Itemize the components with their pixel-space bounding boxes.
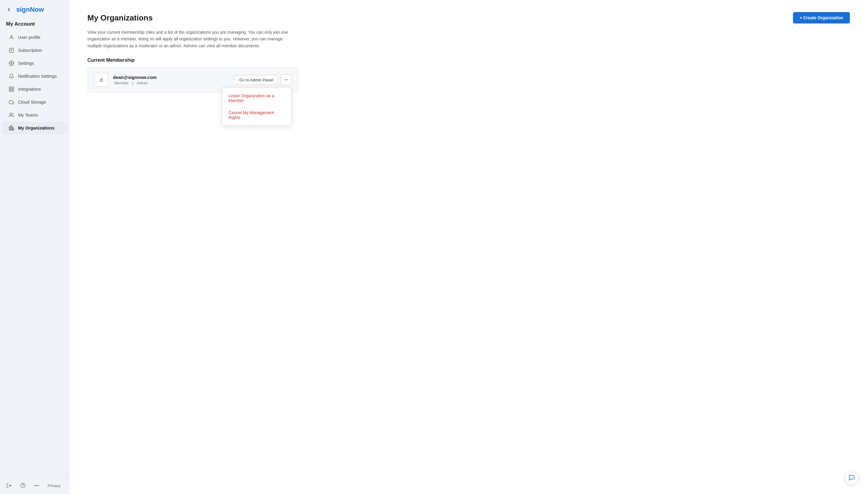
current-membership-title: Current Membership [87, 58, 850, 63]
sidebar-item-cloud-storage[interactable]: Cloud Storage [2, 96, 67, 109]
sidebar: signNow My Account User profile Subscrip… [0, 0, 69, 494]
svg-rect-4 [12, 87, 14, 89]
page-header: My Organizations + Create Organization [87, 12, 850, 23]
integrations-icon [8, 86, 15, 92]
svg-rect-5 [10, 90, 11, 92]
subscription-icon [8, 47, 15, 53]
org-roles: Member | Admin [113, 81, 229, 85]
logo: signNow [16, 6, 44, 14]
teams-icon [8, 112, 15, 118]
sidebar-item-label: Settings [18, 61, 34, 66]
cloud-icon [8, 99, 15, 105]
svg-rect-6 [12, 90, 14, 92]
chat-button[interactable] [845, 471, 859, 485]
page-description: View your current membership roles and a… [87, 29, 298, 49]
membership-card: d dean@signnow.com Member | Admin Go to … [87, 67, 298, 93]
bell-icon [8, 73, 15, 79]
role-separator: | [132, 81, 133, 85]
privacy-link[interactable]: Privacy [48, 483, 60, 488]
svg-rect-8 [10, 127, 11, 130]
org-icon [8, 125, 15, 131]
sidebar-item-label: Integrations [18, 87, 41, 92]
sidebar-item-label: Notification Settings [18, 74, 57, 79]
svg-point-16 [286, 79, 287, 80]
more-options-button[interactable] [33, 481, 41, 490]
sidebar-footer: Privacy [0, 477, 69, 494]
svg-point-2 [11, 63, 12, 64]
sidebar-item-label: Cloud Storage [18, 100, 46, 104]
svg-rect-10 [12, 128, 14, 130]
sidebar-item-my-organizations[interactable]: My Organizations [2, 122, 67, 134]
back-button[interactable] [5, 5, 13, 14]
sidebar-header: signNow [0, 0, 69, 19]
svg-rect-1 [10, 48, 14, 52]
card-actions: Go to Admin Panel Leave Organization as … [234, 74, 292, 85]
sidebar-item-integrations[interactable]: Integrations [2, 83, 67, 95]
svg-point-14 [38, 485, 39, 486]
cancel-management-rights-item[interactable]: Cancel My Management Rights [222, 107, 291, 124]
logout-button[interactable] [5, 481, 13, 490]
org-avatar: d [94, 73, 108, 87]
more-options-dropdown: Leave Organization as a Member Cancel My… [222, 88, 292, 126]
svg-point-17 [287, 79, 288, 80]
sidebar-item-label: My Teams [18, 113, 38, 117]
org-info: dean@signnow.com Member | Admin [113, 75, 229, 85]
sidebar-item-notification-settings[interactable]: Notification Settings [2, 70, 67, 82]
role-admin: Admin [136, 81, 148, 85]
org-email: dean@signnow.com [113, 75, 229, 80]
help-button[interactable] [19, 481, 27, 490]
nav-items: User profile Subscription Settings [0, 31, 69, 477]
role-member: Member [114, 81, 129, 85]
svg-point-11 [21, 483, 25, 488]
svg-point-12 [35, 485, 36, 486]
sidebar-item-label: My Organizations [18, 126, 55, 130]
gear-icon [8, 60, 15, 66]
sidebar-item-user-profile[interactable]: User profile [2, 31, 67, 44]
more-options-menu-button[interactable] [281, 74, 292, 85]
sidebar-item-subscription[interactable]: Subscription [2, 44, 67, 57]
sidebar-item-my-teams[interactable]: My Teams [2, 109, 67, 121]
sidebar-item-label: Subscription [18, 48, 42, 53]
svg-rect-3 [10, 87, 11, 89]
svg-point-0 [11, 36, 12, 37]
svg-point-15 [284, 79, 285, 80]
go-to-admin-panel-button[interactable]: Go to Admin Panel [234, 75, 278, 85]
svg-rect-9 [11, 126, 12, 130]
sidebar-item-settings[interactable]: Settings [2, 57, 67, 70]
sidebar-item-label: User profile [18, 35, 40, 40]
main-content: My Organizations + Create Organization V… [69, 0, 868, 494]
account-section-title: My Account [0, 19, 69, 31]
svg-point-7 [10, 113, 12, 115]
leave-organization-item[interactable]: Leave Organization as a Member [222, 90, 291, 107]
person-icon [8, 34, 15, 40]
svg-point-13 [36, 485, 37, 486]
create-organization-button[interactable]: + Create Organization [793, 12, 850, 23]
page-title: My Organizations [87, 13, 153, 23]
